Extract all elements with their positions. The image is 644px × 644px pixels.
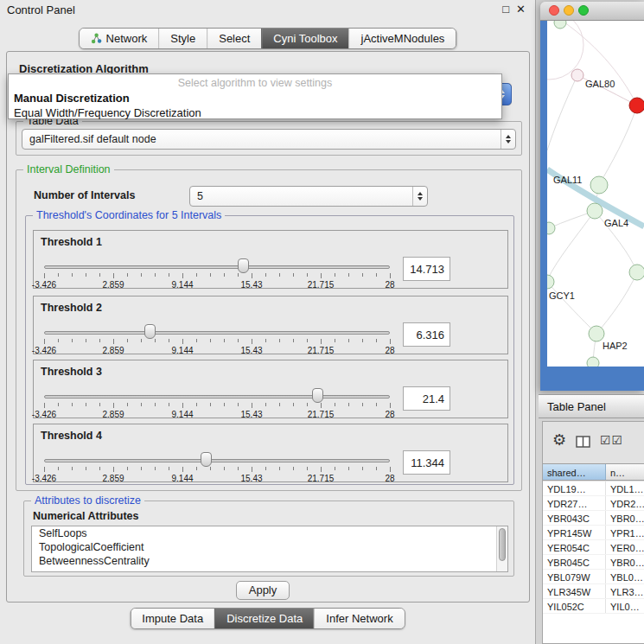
tab-network[interactable]: Network [80,29,159,48]
network-window-titlebar[interactable] [540,2,644,21]
close-window-icon[interactable]: ✕ [516,3,526,16]
combo-arrows-icon[interactable] [412,187,427,206]
scale-label: 15.43 [240,346,262,355]
node-gal4[interactable] [587,203,603,219]
node-hap2[interactable] [589,326,604,341]
node-label: GCY1 [549,290,575,301]
slider-handle[interactable] [144,324,156,339]
apply-button[interactable]: Apply [236,581,290,600]
combo-arrows-icon[interactable] [501,130,515,149]
node-gcy1[interactable] [547,275,554,289]
list-item-betweennesscentrality[interactable]: BetweennessCentrality [32,554,507,568]
table-cell: YBR0… [606,555,644,569]
table-cell: YBL0… [606,570,644,583]
node-label: GAL4 [604,218,628,228]
scale-label: 2.859 [102,410,124,419]
threshold-4-slider[interactable]: -3.4262.8599.14415.4321.71528 [42,447,392,481]
network-nodes [547,21,644,367]
tab-cyni-toolbox[interactable]: Cyni Toolbox [261,29,348,48]
threshold-1-value[interactable]: 14.713 [403,257,450,281]
network-canvas[interactable]: GAL80 GAL11 GAL4 GCY1 HAP2 [547,21,644,367]
network-edges [547,21,637,361]
slider-track[interactable] [44,265,390,269]
network-node[interactable] [587,357,599,367]
algorithm-dropdown-popup: Select algorithm to view settings Manual… [8,73,502,119]
column-header-name[interactable]: n… [606,464,644,480]
select-all-checkboxes-icon[interactable]: ☑☑ [600,433,623,447]
scale-label: 21.715 [308,410,335,419]
dropdown-item-manual-discretization[interactable]: Manual Discretization [9,91,501,105]
table-row[interactable]: YLR345WYLR3… [543,584,644,599]
threshold-4-box: Threshold 4 -3.4262.8599.14415.4321.7152… [33,424,508,482]
slider-ticks [44,467,390,472]
traffic-light-minimize-icon[interactable] [564,5,574,16]
table-data-combo[interactable]: galFiltered.sif default node [22,129,516,150]
table-cell: YPR1… [606,526,644,539]
columns-icon[interactable] [576,436,590,448]
slider-track[interactable] [44,331,390,335]
network-node[interactable] [554,21,566,29]
gear-icon[interactable]: ⚙ [552,431,566,449]
scale-label: -3.426 [32,410,56,419]
network-icon [91,33,102,44]
table-row[interactable]: YER054CYER0… [543,540,644,555]
threshold-4-value[interactable]: 11.344 [403,450,450,475]
slider-track[interactable] [44,459,390,462]
list-item-selfloops[interactable]: SelfLoops [32,526,507,540]
table-row[interactable]: YDR27…YDR2… [543,496,644,511]
slider-handle[interactable] [201,452,212,467]
threshold-1-slider[interactable]: -3.4262.8599.14415.4321.71528 [42,253,392,288]
table-row[interactable]: YBR045CYBR0… [543,555,644,570]
threshold-3-slider[interactable]: -3.4262.8599.14415.4321.71528 [42,383,392,418]
traffic-light-zoom-icon[interactable] [578,5,589,16]
table-cell: YDR27… [543,496,606,510]
list-scrollbar[interactable] [496,526,507,571]
table-cell: YBL079W [543,570,606,583]
tab-discretize-data[interactable]: Discretize Data [214,609,314,628]
list-item-topologicalcoefficient[interactable]: TopologicalCoefficient [32,540,507,554]
table-row[interactable]: YBL079WYBL0… [543,570,644,584]
node-gal11[interactable] [590,176,608,194]
thresholds-group: Threshold's Coordinates for 5 Intervals … [25,215,514,485]
attributes-group-title: Attributes to discretize [31,494,144,507]
tab-style[interactable]: Style [158,29,207,48]
tab-label: Network [106,29,148,48]
network-node[interactable] [629,265,644,280]
float-window-icon[interactable]: □ [502,3,509,16]
attributes-group: Attributes to discretize Numerical Attri… [23,501,514,577]
table-header-row: shared… n… [543,463,644,481]
tab-select[interactable]: Select [207,29,261,48]
tab-jactivemnodules[interactable]: jActiveMNodules [349,29,456,48]
num-intervals-combo[interactable]: 5 [189,186,428,207]
tab-label: Cyni Toolbox [273,29,337,48]
network-node[interactable] [547,222,555,234]
traffic-light-close-icon[interactable] [549,5,559,16]
slider-handle[interactable] [238,258,249,273]
scrollbar-thumb[interactable] [499,528,506,561]
table-panel-bar[interactable]: Table Panel [539,394,644,418]
threshold-1-label: Threshold 1 [41,236,102,248]
slider-scale: -3.4262.8599.14415.4321.71528 [44,280,390,290]
table-cell: YBR043C [543,511,606,525]
tab-impute-data[interactable]: Impute Data [131,609,214,628]
table-cell: YLR3… [606,584,644,598]
scale-label: -3.426 [32,474,56,483]
top-tabstrip: Network Style Select Cyni Toolbox jActiv… [79,28,457,49]
slider-ticks [44,339,390,344]
table-row[interactable]: YDL19…YDL1… [543,481,644,496]
threshold-2-slider[interactable]: -3.4262.8599.14415.4321.71528 [42,319,392,354]
slider-track[interactable] [44,395,390,399]
threshold-2-value[interactable]: 6.316 [403,322,450,347]
table-row[interactable]: YIL052CYIL0… [543,599,644,614]
slider-handle[interactable] [312,388,323,403]
threshold-3-value[interactable]: 21.4 [403,386,450,411]
table-row[interactable]: YPR145WYPR1… [543,526,644,540]
table-row[interactable]: YBR043CYBR0… [543,511,644,526]
node-gal80[interactable] [571,69,583,81]
tab-infer-network[interactable]: Infer Network [314,609,404,628]
scale-label: 21.715 [308,280,335,290]
scale-label: 9.144 [171,474,193,483]
node-selected-red[interactable] [629,98,644,113]
dropdown-item-equal-width-frequency[interactable]: Equal Width/Frequency Discretization [9,105,501,120]
column-header-shared[interactable]: shared… [543,464,606,480]
